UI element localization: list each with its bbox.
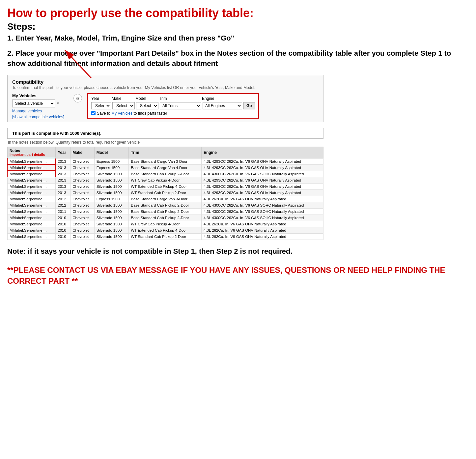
col-notes: Notes Important part details: [8, 147, 56, 158]
my-vehicles-link[interactable]: My Vehicles: [111, 111, 132, 116]
cell-trim: Base Standard Cab Pickup 2-Door: [129, 215, 202, 221]
cell-make: Chevrolet: [70, 202, 95, 208]
cell-model: Express 1500: [94, 158, 129, 164]
make-select[interactable]: -Select-: [112, 102, 135, 109]
cell-engine: 4.3L 4300CC 262Cu. In. V6 GAS SOHC Natur…: [202, 215, 323, 221]
cell-year: 2010: [56, 215, 70, 221]
cell-make: Chevrolet: [70, 227, 95, 233]
arrow-icon: [58, 45, 98, 81]
cell-make: Chevrolet: [70, 215, 95, 221]
table-header: Notes Important part details Year Make M…: [8, 147, 323, 158]
cell-engine: 4.3L 4293CC 262Cu. In. V6 GAS OHV Natura…: [202, 183, 323, 189]
cell-trim: WT Crew Cab Pickup 4-Door: [129, 177, 202, 183]
cell-year: 2013: [56, 189, 70, 196]
manage-vehicles-link[interactable]: Manage vehicles: [12, 109, 68, 113]
cell-model: Silverado 1500: [94, 183, 129, 189]
step1-text: 1. Enter Year, Make, Model, Trim, Engine…: [7, 34, 469, 43]
cell-year: 2013: [56, 158, 70, 164]
engine-select[interactable]: All Engines: [203, 102, 242, 109]
table-row: Mfrlabel:Serpentine ...2010ChevroletSilv…: [8, 233, 323, 240]
table-row: Mfrlabel:Serpentine ...2010ChevroletSilv…: [8, 221, 323, 227]
cell-model: Silverado 1500: [94, 177, 129, 183]
table-row: Mfrlabel:Serpentine ...2013ChevroletSilv…: [8, 171, 323, 177]
cell-notes: Mfrlabel:Serpentine ...: [8, 158, 56, 164]
cell-year: 2013: [56, 183, 70, 189]
table-row: Mfrlabel:Serpentine ...2010ChevroletSilv…: [8, 215, 323, 221]
cell-engine: 4.3L 262Cu. In. V6 GAS OHV Naturally Asp…: [202, 233, 323, 240]
cell-engine: 4.3L 4293CC 262Cu. In. V6 GAS OHV Natura…: [202, 164, 323, 171]
table-row: Mfrlabel:Serpentine ...2010ChevroletSilv…: [8, 227, 323, 233]
cell-year: 2011: [56, 208, 70, 215]
cell-make: Chevrolet: [70, 158, 95, 164]
compatibility-table: Notes Important part details Year Make M…: [7, 147, 323, 240]
cell-engine: 4.3L 262Cu. In. V6 GAS OHV Naturally Asp…: [202, 221, 323, 227]
compatible-count-bar: This part is compatible with 1000 vehicl…: [7, 128, 323, 139]
svg-line-1: [65, 50, 91, 78]
cell-year: 2010: [56, 233, 70, 240]
cell-trim: Base Standard Cargo Van 3-Door: [129, 196, 202, 202]
step2-block: 2. Place your mouse over "Important Part…: [7, 48, 469, 69]
cell-model: Silverado 1500: [94, 227, 129, 233]
my-vehicles-section: My Vehicles Select a vehicle ▼ Manage ve…: [12, 93, 68, 119]
cell-engine: 4.3L 4300CC 262Cu. In. V6 GAS SOHC Natur…: [202, 208, 323, 215]
cell-make: Chevrolet: [70, 189, 95, 196]
cell-notes: Mfrlabel:Serpentine ...: [8, 233, 56, 240]
table-row: Mfrlabel:Serpentine ...2012ChevroletSilv…: [8, 202, 323, 208]
cell-model: Silverado 1500: [94, 208, 129, 215]
compat-controls-row: My Vehicles Select a vehicle ▼ Manage ve…: [12, 93, 319, 119]
cell-engine: 4.3L 262Cu. In. V6 GAS OHV Naturally Asp…: [202, 227, 323, 233]
cell-make: Chevrolet: [70, 221, 95, 227]
cell-model: Silverado 1500: [94, 221, 129, 227]
cell-model: Express 1500: [94, 196, 129, 202]
cell-notes: Mfrlabel:Serpentine ...: [8, 164, 56, 171]
cell-make: Chevrolet: [70, 196, 95, 202]
go-button[interactable]: Go: [243, 102, 255, 109]
table-row: Mfrlabel:Serpentine ...2013ChevroletSilv…: [8, 189, 323, 196]
cell-year: 2013: [56, 164, 70, 171]
show-all-compatible-link[interactable]: [show all compatible vehicles]: [12, 115, 68, 119]
cell-trim: Base Standard Cargo Van 4-Door: [129, 164, 202, 171]
model-select[interactable]: -Select-: [136, 102, 158, 109]
cell-notes: Mfrlabel:Serpentine ...: [8, 221, 56, 227]
cell-engine: 4.3L 4293CC 262Cu. In. V6 GAS OHV Natura…: [202, 177, 323, 183]
model-label: Model: [135, 96, 159, 101]
cell-year: 2013: [56, 177, 70, 183]
trim-select[interactable]: All Trims: [160, 102, 201, 109]
cell-notes: Mfrlabel:Serpentine ...: [8, 196, 56, 202]
save-checkbox[interactable]: [91, 111, 96, 115]
main-title: How to properly use the compatibility ta…: [7, 6, 469, 20]
compatibility-widget: Compatibility To confirm that this part …: [7, 75, 323, 122]
save-label: Save to My Vehicles to finds parts faste…: [97, 111, 167, 116]
table-header-row: Notes Important part details Year Make M…: [8, 147, 323, 158]
make-label: Make: [112, 96, 135, 101]
year-select[interactable]: -Select-: [91, 102, 111, 109]
col-make: Make: [70, 147, 95, 158]
ymm-labels-row: Year Make Model Trim Engine: [91, 96, 255, 101]
cell-model: Silverado 1500: [94, 171, 129, 177]
cell-notes: Mfrlabel:Serpentine ...: [8, 189, 56, 196]
my-vehicles-label: My Vehicles: [12, 93, 68, 98]
cell-trim: WT Extended Cab Pickup 4-Door: [129, 227, 202, 233]
contact-text: **PLEASE CONTACT US VIA EBAY MESSAGE IF …: [7, 265, 469, 287]
table-row: Mfrlabel:Serpentine ...2013ChevroletExpr…: [8, 158, 323, 164]
vehicle-select[interactable]: Select a vehicle: [12, 100, 55, 107]
cell-model: Silverado 1500: [94, 215, 129, 221]
cell-make: Chevrolet: [70, 171, 95, 177]
cell-trim: WT Standard Cab Pickup 2-Door: [129, 189, 202, 196]
cell-trim: WT Extended Cab Pickup 4-Door: [129, 183, 202, 189]
cell-engine: 4.3L 4293CC 262Cu. In. V6 GAS OHV Natura…: [202, 158, 323, 164]
compat-subtitle: To confirm that this part fits your vehi…: [12, 85, 319, 90]
cell-notes: Mfrlabel:Serpentine ...: [8, 208, 56, 215]
note-text: Note: if it says your vehicle is not com…: [7, 246, 469, 257]
cell-year: 2010: [56, 221, 70, 227]
cell-model: Silverado 1500: [94, 202, 129, 208]
cell-model: Silverado 1500: [94, 233, 129, 240]
cell-engine: 4.3L 4300CC 262Cu. In. V6 GAS SOHC Natur…: [202, 171, 323, 177]
cell-engine: 4.3L 4300CC 262Cu. In. V6 GAS SOHC Natur…: [202, 202, 323, 208]
cell-year: 2013: [56, 171, 70, 177]
table-row: Mfrlabel:Serpentine ...2013ChevroletSilv…: [8, 177, 323, 183]
cell-model: Express 1500: [94, 164, 129, 171]
col-year: Year: [56, 147, 70, 158]
cell-notes: Mfrlabel:Serpentine ...: [8, 171, 56, 177]
engine-label: Engine: [202, 96, 248, 101]
